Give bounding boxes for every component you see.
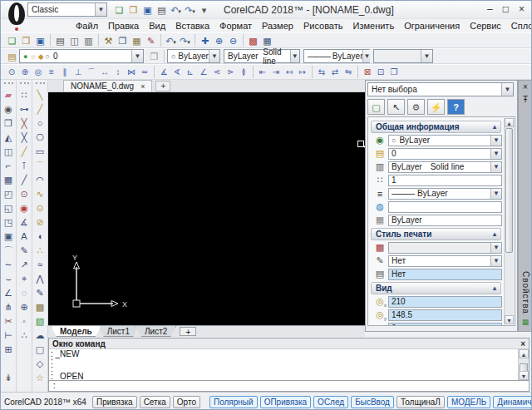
offset-icon[interactable]: ◫ [1, 145, 16, 159]
node-snap-icon[interactable]: ◉ [17, 201, 32, 215]
undo-icon[interactable]: ↶▾ [169, 3, 183, 17]
print-color-field[interactable]: ▼ [388, 242, 502, 254]
arc-icon[interactable]: ⌒ [32, 159, 47, 173]
ellipse-icon[interactable]: ⊘ [32, 215, 47, 230]
maximize-button[interactable]: □ [503, 3, 509, 15]
toggle-grid[interactable]: Сетка [140, 396, 170, 408]
section-header-1[interactable]: Стиль печати▴ [371, 228, 501, 240]
chevron-down-icon[interactable]: ▼ [362, 50, 370, 62]
minimize-button[interactable]: – [487, 3, 493, 15]
command-input[interactable]: : [48, 381, 530, 392]
hide-constraints-icon[interactable]: ⋗ [224, 66, 237, 79]
print-style-field[interactable]: Нет ▼ [388, 255, 502, 267]
selection-dropdown[interactable]: Нет выбора ▼ [367, 82, 514, 96]
toolbar-grip[interactable] [20, 82, 29, 88]
text-note-icon[interactable]: A [17, 230, 32, 244]
chevron-down-icon[interactable]: ▼ [501, 83, 513, 96]
menu-5[interactable]: Размер [257, 20, 298, 32]
chevron-down-icon[interactable]: ▼ [421, 50, 432, 62]
open-icon[interactable]: ❒ [19, 34, 33, 47]
constraint-equal-icon[interactable]: ≃ [138, 66, 151, 79]
redo-icon[interactable]: ↷▾ [183, 3, 197, 17]
zoom-in-icon[interactable]: ⊕ [212, 34, 226, 47]
toggle-snap[interactable]: Привязка [92, 396, 137, 408]
collapse-icon[interactable]: ▴ [493, 230, 496, 238]
pan-icon[interactable]: ✚ [198, 34, 212, 47]
save-icon[interactable]: ▣ [33, 34, 47, 47]
constraint-bar-icon[interactable]: ≬ [237, 66, 250, 79]
hatch-icon[interactable]: ▩ [32, 300, 47, 314]
menu-0[interactable]: Файл [71, 20, 103, 32]
layer-states-icon[interactable]: ❒ [147, 50, 161, 63]
ellipse-arc-icon[interactable]: ◖ [32, 230, 47, 244]
fillet-icon[interactable]: ⌣ [1, 272, 16, 286]
constraint-fixed-icon[interactable]: ⊕ [18, 66, 32, 79]
format-paint-icon[interactable]: ✎ [144, 34, 158, 47]
close-icon[interactable]: × [520, 339, 525, 348]
panel-close-icon[interactable]: × [523, 82, 528, 91]
linestyle-dropdown[interactable]: ByLayer Solid line ▼ [224, 49, 300, 63]
menu-8[interactable]: Ограничения [399, 20, 465, 32]
select-entities-button[interactable]: ▢ [367, 99, 385, 115]
group-icon[interactable]: ▣ [1, 230, 16, 244]
point-icon[interactable]: ∴ [32, 244, 47, 258]
perpendicular-snap-icon[interactable]: ⊺ [17, 159, 32, 173]
dim-update-icon[interactable]: ⇆ [315, 66, 328, 79]
corner-trim-icon[interactable]: ◳ [1, 215, 16, 230]
menu-1[interactable]: Правка [103, 20, 144, 32]
toggle-polar[interactable]: Полярный [209, 396, 258, 408]
print-icon[interactable]: ▤ [155, 3, 169, 17]
center-snap-icon[interactable]: ⊙ [17, 187, 32, 201]
toolbar-grip[interactable] [36, 82, 45, 88]
lineweight-dropdown[interactable]: ——— ByLayer ▼ [303, 49, 370, 63]
document-tab[interactable]: NONAME_0.dwg × [63, 80, 152, 91]
intersection-icon[interactable]: ╳ [17, 116, 32, 131]
panel-scrollbar[interactable]: ▲ ▼ [504, 118, 514, 324]
dim-angular-icon[interactable]: ↤ [283, 66, 296, 79]
scroll-up-icon[interactable]: ▲ [505, 118, 514, 127]
camera-x-field[interactable]: 210 [388, 296, 502, 308]
save-icon[interactable]: ▣ [140, 3, 155, 17]
polygon-icon[interactable]: ⎔ [32, 131, 47, 145]
circle-icon[interactable]: ○ [32, 116, 47, 131]
color-field[interactable]: ○ ByLayer ▼ [388, 135, 502, 146]
scrollbar-thumb[interactable] [505, 128, 513, 253]
constraint-horizontal-icon[interactable]: ↔ [98, 66, 111, 79]
angular-constraint-icon[interactable]: ⊾ [184, 66, 197, 79]
constraint-vertical-icon[interactable]: ↕ [111, 66, 125, 79]
toggle-dynamic-ucs[interactable]: Динамическая ПСК [493, 396, 531, 408]
menu-3[interactable]: Вставка [170, 20, 214, 32]
smart-dimension-icon[interactable]: ∡ [157, 66, 170, 79]
chevron-down-icon[interactable]: ▼ [131, 50, 143, 62]
delete-constraints-icon[interactable]: ⊠ [361, 66, 374, 79]
annotate-icon[interactable]: ✎ [17, 244, 32, 258]
nearest-icon[interactable]: ╱ [17, 173, 32, 187]
mask-icon[interactable]: ▢ [32, 343, 47, 357]
dim-edit-icon[interactable]: ⇋ [342, 66, 355, 79]
toolbar-grip[interactable] [4, 82, 13, 88]
dim-radius-icon[interactable]: ↦ [296, 66, 309, 79]
lineweight-field[interactable]: ——— ByLayer ▼ [388, 188, 502, 200]
camera-z-field[interactable]: 0 [388, 323, 502, 327]
panel-pin-icon[interactable]: Ŧ [523, 95, 528, 104]
toggle-model[interactable]: МОДЕЛЬ [447, 396, 490, 408]
menu-7[interactable]: Изменить [348, 20, 400, 32]
zoom-out-icon[interactable]: ⊖ [226, 34, 240, 47]
grid-points-icon[interactable]: ∷ [17, 88, 32, 102]
sheet-tab-2[interactable]: Лист2 [135, 326, 176, 337]
scroll-up-icon[interactable]: ▲ [519, 349, 529, 358]
arc-3point-icon[interactable]: ◠ [32, 173, 47, 187]
redo-icon[interactable]: ↷▾ [178, 34, 192, 47]
extend-icon[interactable]: ⊢ [1, 328, 16, 343]
drawing-canvas[interactable]: Y X [48, 92, 365, 325]
more-tools-icon[interactable]: ↡ [1, 371, 16, 385]
explode-icon[interactable]: ⊞ [1, 343, 16, 357]
stretch-icon[interactable]: ◰ [1, 187, 16, 201]
layer-field[interactable]: 0 ▼ [388, 148, 502, 160]
toggle-esnap[interactable]: ОПривязка [260, 396, 311, 408]
copy-array-icon[interactable]: ❐ [387, 66, 401, 79]
edit-arc-icon[interactable]: ⌒ [1, 244, 16, 258]
position-icon[interactable]: ⌖ [17, 272, 32, 286]
constraint-symmetric-icon[interactable]: ⋈ [125, 66, 138, 79]
radial-constraint-icon[interactable]: ∠ [197, 66, 210, 79]
